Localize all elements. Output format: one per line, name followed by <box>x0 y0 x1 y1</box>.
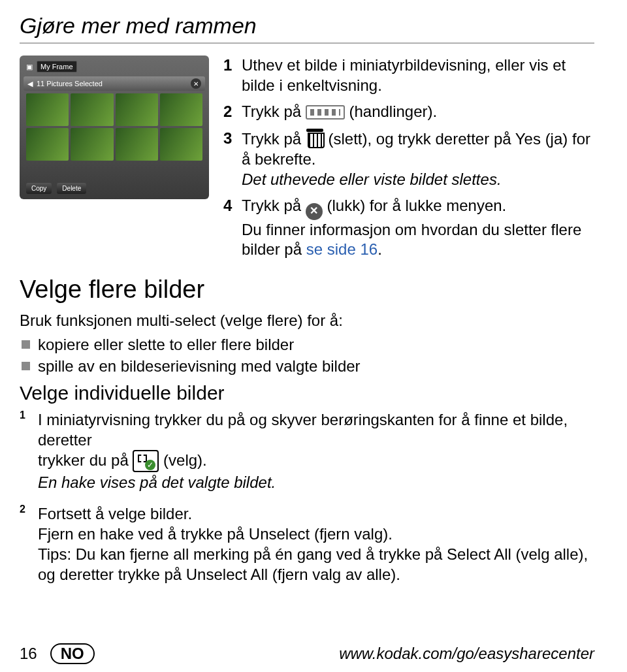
close-icon: ✕ <box>191 78 201 89</box>
step-1: 1 Uthev et bilde i miniatyrbildevisning,… <box>223 56 594 95</box>
step-number: 2 <box>20 504 31 589</box>
text: Trykk på <box>242 130 306 148</box>
text: Fjern en hake ved å trykke på Unselect (… <box>38 525 393 543</box>
text: (handlinger). <box>349 103 437 120</box>
step-select-1: 1 I miniatyrvisning trykker du på og sky… <box>20 409 594 497</box>
steps-block: 1 Uthev et bilde i miniatyrbildevisning,… <box>223 56 594 266</box>
text: Du finner informasjon om hvordan du slet… <box>242 221 581 259</box>
step-number: 2 <box>223 102 235 122</box>
delete-button: Delete <box>57 183 86 194</box>
text: I miniatyrvisning trykker du på og skyve… <box>38 411 568 449</box>
section-heading: Velge flere bilder <box>20 276 594 304</box>
step-number: 1 <box>223 56 235 95</box>
step-text: Trykk på (slett), og trykk deretter på Y… <box>242 129 594 189</box>
intro-text: Bruk funksjonen multi-select (velge fler… <box>20 310 594 330</box>
frame-label: My Frame <box>37 61 77 72</box>
actions-icon <box>306 105 345 120</box>
select-icon <box>133 450 159 472</box>
trash-icon <box>306 129 324 148</box>
list-item: kopiere eller slette to eller flere bild… <box>20 334 594 355</box>
thumbnail <box>26 128 69 161</box>
step-3: 3 Trykk på (slett), og trykk deretter på… <box>223 129 594 189</box>
page-number: 16 <box>20 645 37 663</box>
footer-url: www.kodak.com/go/easysharecenter <box>339 645 594 663</box>
thumbnail <box>160 93 202 126</box>
thumbnail <box>26 93 69 126</box>
copy-button: Copy <box>26 183 52 194</box>
footer: 16 NO www.kodak.com/go/easysharecenter <box>20 643 594 664</box>
step-2: 2 Trykk på (handlinger). <box>223 102 594 122</box>
screenshot-header: ▣ My Frame <box>24 59 205 76</box>
selected-count: 11 Pictures Selected <box>37 80 103 88</box>
text: Tips: Du kan fjerne all merking på én ga… <box>38 545 588 583</box>
thumbnail <box>116 128 158 161</box>
text: (velg). <box>163 451 207 469</box>
step-text: Trykk på (handlinger). <box>242 102 594 122</box>
step-number: 1 <box>20 409 31 497</box>
bullet-list: kopiere eller slette to eller flere bild… <box>20 334 594 377</box>
screenshot-statusbar: ◀ 11 Pictures Selected ✕ <box>24 76 205 91</box>
screenshot-toolbar: Copy Delete <box>26 183 86 194</box>
list-item: spille av en bildeserievisning med valgt… <box>20 356 594 377</box>
page-link[interactable]: se side 16 <box>306 240 378 258</box>
text: . <box>378 240 382 258</box>
device-screenshot: ▣ My Frame ◀ 11 Pictures Selected ✕ Copy… <box>20 56 209 199</box>
step-number: 4 <box>223 196 235 260</box>
subsection-heading: Velge individuelle bilder <box>20 382 594 404</box>
frame-icon: ▣ <box>26 63 33 71</box>
step-text: Uthev et bilde i miniatyrbildevisning, e… <box>242 56 594 95</box>
step-number: 3 <box>223 129 235 189</box>
thumbnail <box>160 128 202 161</box>
close-icon: ✕ <box>306 203 323 220</box>
step-text: I miniatyrvisning trykker du på og skyve… <box>38 409 594 493</box>
step-text: Fortsett å velge bilder. Fjern en hake v… <box>38 504 594 585</box>
step-text: Trykk på ✕ (lukk) for å lukke menyen. Du… <box>242 196 594 260</box>
result-text: Det uthevede eller viste bildet slettes. <box>242 170 502 188</box>
text: Trykk på <box>242 103 306 120</box>
thumbnail-grid <box>24 91 205 163</box>
text: (lukk) for å lukke menyen. <box>327 197 506 214</box>
title-rule <box>20 42 594 44</box>
text: trykker du på <box>38 451 133 469</box>
text: Fortsett å velge bilder. <box>38 505 192 522</box>
result-text: En hake vises på det valgte bildet. <box>38 473 276 491</box>
page-title: Gjøre mer med rammen <box>20 13 594 39</box>
thumbnail <box>71 93 113 126</box>
language-badge: NO <box>50 643 95 664</box>
top-row: ▣ My Frame ◀ 11 Pictures Selected ✕ Copy… <box>20 56 594 266</box>
step-select-2: 2 Fortsett å velge bilder. Fjern en hake… <box>20 504 594 589</box>
text: Trykk på <box>242 197 306 214</box>
thumbnail <box>116 93 158 126</box>
thumbnail <box>71 128 113 161</box>
step-4: 4 Trykk på ✕ (lukk) for å lukke menyen. … <box>223 196 594 260</box>
back-icon: ◀ <box>27 80 33 88</box>
